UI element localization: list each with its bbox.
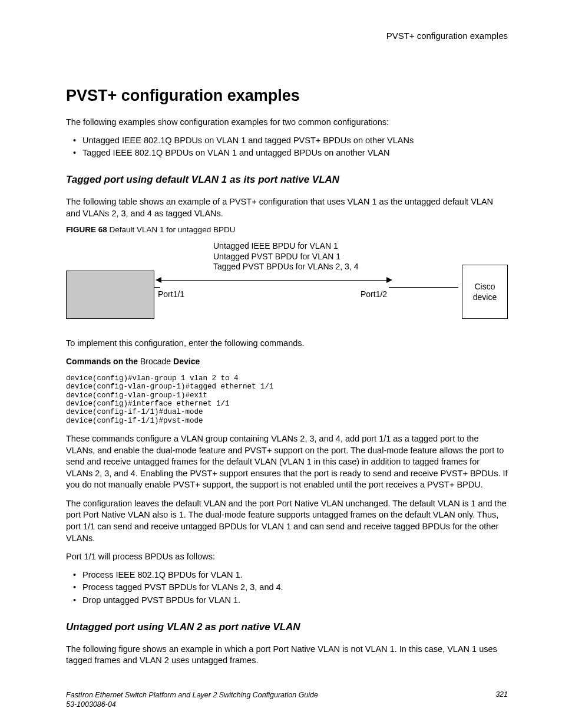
page-footer: FastIron Ethernet Switch Platform and La… [66, 690, 508, 710]
arrow-line [158, 280, 388, 281]
footer-guide-title: FastIron Ethernet Switch Platform and La… [66, 690, 318, 700]
intro-bullet-list: Untagged IEEE 802.1Q BPDUs on VLAN 1 and… [66, 134, 508, 160]
figure-68: Untagged IEEE BPDU for VLAN 1 Untagged P… [66, 241, 508, 330]
list-item: Untagged IEEE 802.1Q BPDUs on VLAN 1 and… [73, 134, 508, 147]
header-right: PVST+ configuration examples [66, 31, 508, 41]
list-item: Process IEEE 802.1Q BPDUs for VLAN 1. [73, 569, 508, 582]
port-right-label: Port1/2 [361, 289, 387, 299]
connector-line [154, 287, 160, 288]
cmd-label-b2: Device [173, 357, 200, 366]
box-right-l2: device [473, 292, 497, 302]
code-block: device(config)#vlan-group 1 vlan 2 to 4 … [66, 374, 508, 425]
list-item: Tagged IEEE 802.1Q BPDUs on VLAN 1 and u… [73, 147, 508, 160]
fig-label-line: Untagged PVST BPDU for VLAN 1 [213, 252, 358, 262]
section-heading-1: Tagged port using default VLAN 1 as its … [66, 174, 508, 186]
footer-page-number: 321 [495, 690, 508, 710]
port-left-label: Port1/1 [158, 289, 184, 299]
left-device-box [66, 271, 154, 319]
list-item: Process tagged PVST BPDUs for VLANs 2, 3… [73, 581, 508, 594]
page-title: PVST+ configuration examples [66, 87, 508, 105]
footer-doc-number: 53-1003086-04 [66, 700, 318, 709]
section1-p2: To implement this configuration, enter t… [66, 338, 508, 350]
box-right-l1: Cisco [474, 281, 495, 292]
section1-p4: The configuration leaves the default VLA… [66, 498, 508, 544]
right-device-box: Cisco device [462, 265, 508, 319]
figure-label-text: Default VLAN 1 for untagged BPDU [110, 225, 236, 234]
cmd-label-n: Brocade [140, 357, 173, 366]
section-heading-2: Untagged port using VLAN 2 as port nativ… [66, 621, 508, 633]
section2-p1: The following figure shows an example in… [66, 644, 508, 667]
commands-label: Commands on the Brocade Device [66, 357, 508, 366]
intro-paragraph: The following examples show configuratio… [66, 117, 508, 129]
figure-top-labels: Untagged IEEE BPDU for VLAN 1 Untagged P… [213, 241, 358, 272]
process-bullet-list: Process IEEE 802.1Q BPDUs for VLAN 1. Pr… [66, 569, 508, 607]
arrow-right-icon [386, 277, 392, 283]
section1-p1: The following table shows an example of … [66, 196, 508, 219]
connector-line [389, 287, 458, 288]
section1-p3: These commands configure a VLAN group co… [66, 433, 508, 491]
cmd-label-b1: Commands on the [66, 357, 140, 366]
figure-caption: FIGURE 68 Default VLAN 1 for untagged BP… [66, 225, 508, 234]
footer-left: FastIron Ethernet Switch Platform and La… [66, 690, 318, 710]
list-item: Drop untagged PVST BPDUs for VLAN 1. [73, 594, 508, 607]
fig-label-line: Tagged PVST BPDUs for VLANs 2, 3, 4 [213, 262, 358, 272]
fig-label-line: Untagged IEEE BPDU for VLAN 1 [213, 241, 358, 252]
section1-p5: Port 1/1 will process BPDUs as follows: [66, 551, 508, 563]
figure-label-bold: FIGURE 68 [66, 225, 110, 234]
